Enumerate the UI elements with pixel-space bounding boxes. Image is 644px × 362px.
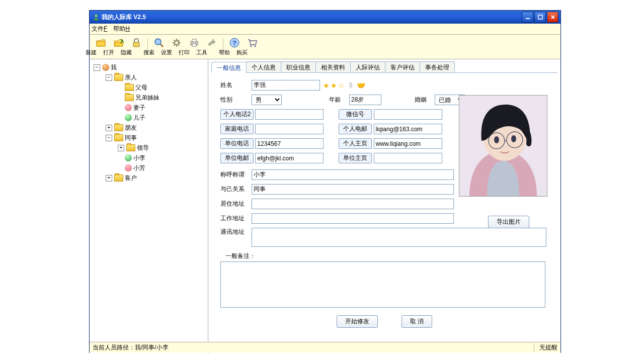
- person-male-icon: [125, 114, 132, 121]
- label-wechat[interactable]: 微信号: [339, 109, 372, 120]
- rating-stars[interactable]: ★ ★ ☆ ＄ 🤝: [323, 81, 365, 90]
- close-button[interactable]: [547, 12, 558, 23]
- start-edit-button[interactable]: 开始修改: [337, 315, 378, 328]
- label-gender: 性别: [220, 96, 252, 104]
- age-input[interactable]: [349, 95, 381, 105]
- content-pane: 一般信息 个人信息 职业信息 相关资料 人际评估 客户评估 事务处理: [208, 59, 560, 353]
- label-phone2[interactable]: 个人电话2: [220, 109, 254, 120]
- minimize-button[interactable]: [522, 12, 533, 23]
- relation-input[interactable]: [252, 184, 454, 195]
- toolbar: 新建 打开 隐藏 搜索 设置 打印 工具 ?帮助 购买: [90, 35, 560, 59]
- search-icon: [153, 37, 165, 48]
- star-icon: ★: [323, 81, 330, 89]
- remarks-textarea[interactable]: [220, 261, 545, 308]
- cart-icon: [247, 37, 258, 48]
- homepage-input[interactable]: [374, 138, 442, 149]
- tab-general[interactable]: 一般信息: [211, 62, 247, 73]
- tree-node-son[interactable]: 儿子: [92, 113, 206, 123]
- nickname-input[interactable]: [252, 169, 454, 180]
- person-female-icon: [125, 164, 132, 171]
- folder-icon: [114, 74, 123, 81]
- tree-node-wife[interactable]: 妻子: [92, 103, 206, 113]
- collapse-icon[interactable]: −: [94, 64, 100, 71]
- label-remarks: 一般备注：: [225, 252, 548, 260]
- handshake-icon: 🤝: [357, 81, 365, 89]
- label-email[interactable]: 个人电邮: [339, 124, 372, 134]
- svg-point-5: [175, 41, 179, 45]
- wechat-input[interactable]: [374, 109, 442, 120]
- tree-node-leaders[interactable]: + 领导: [92, 143, 206, 153]
- menu-file[interactable]: 文件F: [92, 25, 107, 33]
- tab-related[interactable]: 相关资料: [315, 61, 351, 72]
- tree-node-clients[interactable]: + 客户: [92, 173, 206, 183]
- tree-node-colleagues[interactable]: − 同事: [92, 133, 206, 143]
- folder-icon: [126, 144, 135, 151]
- label-homephone[interactable]: 家庭电话: [220, 124, 254, 134]
- collapse-icon[interactable]: −: [106, 74, 112, 81]
- label-age: 年龄: [329, 96, 349, 104]
- export-photo-button[interactable]: 导出图片: [488, 216, 529, 228]
- tree-node-me[interactable]: − 我: [92, 62, 206, 72]
- svg-rect-2: [538, 15, 542, 19]
- tab-affairs[interactable]: 事务处理: [420, 61, 455, 72]
- homeaddr-input[interactable]: [252, 199, 454, 209]
- label-relation: 与己关系: [220, 185, 252, 194]
- tab-personal[interactable]: 个人信息: [246, 61, 281, 72]
- workemail-input[interactable]: [255, 153, 324, 163]
- label-workaddr: 工作地址: [220, 214, 252, 223]
- tab-social-eval[interactable]: 人际评估: [350, 61, 385, 72]
- label-homepage[interactable]: 个人主页: [339, 138, 372, 149]
- name-input[interactable]: [252, 80, 320, 90]
- tab-bar: 一般信息 个人信息 职业信息 相关资料 人际评估 客户评估 事务处理: [211, 61, 557, 73]
- folder-icon: [125, 84, 134, 91]
- folder-icon: [114, 134, 123, 141]
- svg-rect-8: [192, 44, 196, 46]
- toolbar-tools[interactable]: 工具: [203, 37, 220, 57]
- menu-help[interactable]: 帮助H: [113, 25, 130, 33]
- tree-node-xiaofang[interactable]: 小芳: [92, 163, 206, 173]
- workpage-input[interactable]: [374, 153, 442, 163]
- svg-point-11: [251, 46, 252, 47]
- status-path: 当前人员路径：我/同事/小李: [93, 343, 169, 352]
- person-male-icon: [125, 154, 132, 161]
- mailaddr-input[interactable]: [252, 228, 546, 247]
- folder-new-icon: [96, 37, 107, 48]
- workphone-input[interactable]: [255, 138, 324, 149]
- label-workphone[interactable]: 单位电话: [220, 138, 254, 149]
- expand-icon[interactable]: +: [118, 145, 124, 151]
- tree-node-xiaoli[interactable]: 小李: [92, 153, 206, 163]
- svg-text:?: ?: [232, 39, 236, 47]
- workaddr-input[interactable]: [252, 213, 454, 224]
- status-bar: 当前人员路径：我/同事/小李 无提醒: [90, 342, 560, 352]
- star-icon: ★: [331, 81, 337, 89]
- tab-client-eval[interactable]: 客户评估: [385, 61, 420, 72]
- title-bar[interactable]: 我的人际库 V2.5: [90, 11, 560, 24]
- label-workpage[interactable]: 单位主页: [339, 153, 372, 163]
- maximize-button[interactable]: [534, 12, 546, 23]
- toolbar-hide[interactable]: 隐藏: [128, 37, 145, 57]
- gender-select[interactable]: 男: [252, 95, 282, 105]
- lock-icon: [131, 37, 142, 48]
- label-workemail[interactable]: 单位电邮: [220, 153, 254, 163]
- tree-node-friends[interactable]: + 朋友: [92, 123, 206, 133]
- folder-icon: [114, 174, 123, 182]
- cancel-button[interactable]: 取 消: [401, 315, 432, 328]
- toolbar-buy[interactable]: 购买: [244, 37, 261, 57]
- tree-node-siblings[interactable]: 兄弟姊妹: [92, 93, 206, 103]
- svg-rect-1: [526, 18, 530, 19]
- collapse-icon[interactable]: −: [106, 135, 112, 141]
- tree-node-family[interactable]: − 亲人: [92, 72, 206, 82]
- expand-icon[interactable]: +: [106, 175, 112, 182]
- tab-career[interactable]: 职业信息: [281, 61, 316, 72]
- star-empty-icon: ☆: [338, 81, 345, 89]
- contact-tree[interactable]: − 我 − 亲人 父母 兄弟姊妹 妻子 儿子 + 朋友 − 同事 + 领导 小李…: [90, 59, 208, 353]
- person-icon: [102, 64, 109, 71]
- tree-node-parents[interactable]: 父母: [92, 82, 206, 93]
- email-input[interactable]: [374, 124, 442, 134]
- contact-photo[interactable]: [459, 95, 547, 197]
- label-name: 姓名: [220, 81, 252, 89]
- label-nickname: 称呼称谓: [220, 170, 252, 179]
- homephone-input[interactable]: [255, 124, 324, 134]
- expand-icon[interactable]: +: [106, 125, 112, 131]
- phone2-input[interactable]: [255, 109, 324, 120]
